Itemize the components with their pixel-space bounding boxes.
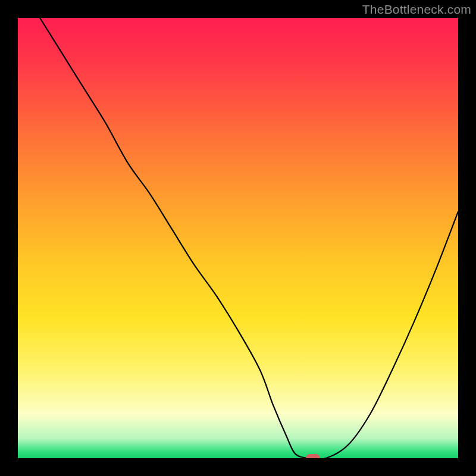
- bottleneck-curve: [18, 18, 458, 458]
- chart-frame: TheBottleneck.com: [0, 0, 476, 476]
- curve-path: [40, 18, 458, 458]
- optimal-marker: [306, 454, 320, 458]
- watermark-text: TheBottleneck.com: [362, 2, 471, 17]
- plot-area: [18, 18, 458, 458]
